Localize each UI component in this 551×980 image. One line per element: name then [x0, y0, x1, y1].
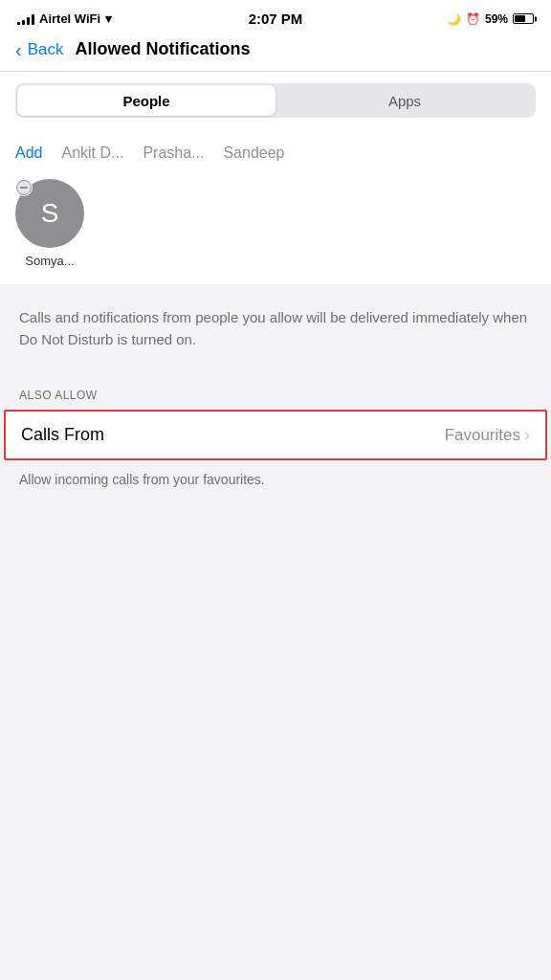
- nav-bar: ‹ Back Allowed Notifications: [0, 32, 551, 72]
- calls-from-label: Calls From: [21, 425, 104, 445]
- calls-from-row[interactable]: Calls From Favourites ›: [4, 410, 547, 460]
- contact-tab-prasha[interactable]: Prasha...: [143, 145, 204, 164]
- contact-tab-ankit[interactable]: Ankit D...: [61, 145, 123, 164]
- moon-icon: 🌙: [447, 12, 461, 26]
- status-bar: Airtel WiFi ▾ 2:07 PM 🌙 ⏰ 59%: [0, 0, 551, 32]
- contact-item-somya[interactable]: S Somya...: [15, 179, 84, 268]
- also-allow-label: ALSO ALLOW: [0, 373, 551, 410]
- description-section: Calls and notifications from people you …: [0, 292, 551, 373]
- carrier-label: Airtel WiFi: [39, 11, 100, 26]
- minus-icon: [20, 187, 28, 189]
- footer-text: Allow incoming calls from your favourite…: [19, 470, 532, 490]
- battery-percent: 59%: [485, 12, 508, 26]
- tab-people[interactable]: People: [17, 85, 276, 116]
- description-text: Calls and notifications from people you …: [19, 307, 532, 350]
- chevron-right-icon: ›: [524, 425, 530, 445]
- remove-badge[interactable]: [15, 179, 33, 196]
- chevron-left-icon: ‹: [15, 40, 22, 59]
- back-label: Back: [28, 40, 64, 59]
- tab-apps[interactable]: Apps: [276, 85, 534, 116]
- signal-icon: [17, 13, 34, 25]
- people-card: Add Ankit D... Prasha... Sandeep S Somya…: [0, 131, 551, 284]
- calls-from-value-text: Favourites: [445, 426, 520, 445]
- segmented-control-container: People Apps: [0, 72, 551, 131]
- contact-name: Somya...: [15, 254, 84, 268]
- segmented-control: People Apps: [15, 83, 536, 118]
- page-title: Allowed Notifications: [75, 39, 250, 59]
- back-button[interactable]: ‹ Back: [15, 40, 63, 59]
- contact-tabs: Add Ankit D... Prasha... Sandeep: [15, 145, 536, 164]
- wifi-icon: ▾: [105, 11, 112, 26]
- contact-tab-sandeep[interactable]: Sandeep: [223, 145, 284, 164]
- calls-from-value: Favourites ›: [445, 425, 530, 445]
- status-left: Airtel WiFi ▾: [17, 11, 112, 26]
- status-time: 2:07 PM: [249, 11, 303, 27]
- contact-tab-add[interactable]: Add: [15, 145, 42, 164]
- footer-description: Allow incoming calls from your favourite…: [0, 460, 551, 509]
- alarm-icon: ⏰: [466, 12, 480, 26]
- battery-icon: [513, 13, 534, 24]
- status-right: 🌙 ⏰ 59%: [447, 12, 534, 26]
